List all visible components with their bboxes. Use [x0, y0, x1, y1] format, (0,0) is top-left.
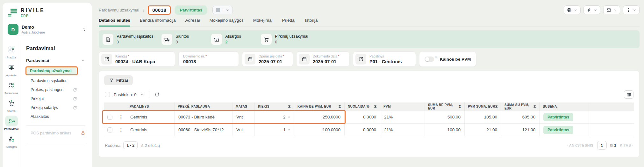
sidebar-item-prekes-paslaugos[interactable]: Prekės, paslaugos	[26, 85, 89, 94]
profile-subtitle: Aušra Juodienė	[22, 30, 45, 34]
breadcrumb[interactable]: Pardavimų užsakymai	[99, 8, 139, 12]
sidebar: RIVILE ERP D Demo Aušra Juodienė Pradžia…	[3, 3, 92, 167]
sidebar-item-pardavimu-saskaitos[interactable]: Pardavimų sąskaitos	[26, 76, 89, 85]
lock-icon	[81, 131, 85, 135]
rail-item-pardavimai[interactable]: Pardavimai	[4, 116, 18, 131]
lightning-icon	[587, 8, 591, 12]
toggle-switch[interactable]	[425, 57, 434, 62]
home-dashboard-icon	[5, 44, 18, 55]
drag-handle-icon[interactable]: ≡	[288, 115, 290, 119]
label-select-dropdown[interactable]: -	[212, 6, 233, 14]
table-footer: Rodoma 1 - 2 iš 2 eilučių ‹ ANKSTESNIS 1…	[104, 141, 634, 150]
row-menu-kebab-icon[interactable]: ⋮	[119, 114, 124, 120]
sum-icon[interactable]: Σ	[374, 104, 377, 109]
sidebar-item-pos-locked[interactable]: POS pardavimo taškas	[26, 126, 89, 140]
col-matas: MATAS	[232, 102, 254, 111]
sidebar-item-ataskaitos[interactable]: Ataskaitos	[26, 112, 89, 121]
rail-item-pirkimai[interactable]: Pirkimai	[5, 98, 18, 113]
table-row[interactable]: ⋮ Centrinis 00060 - Stalviršis 70*12 Vnt…	[104, 124, 634, 136]
printer-icon	[567, 8, 572, 12]
table-row[interactable]: ⋮ Centrinis 00073 - Biuro kėdė Vnt 2≡ 25…	[104, 111, 634, 124]
prev-page-button[interactable]: ‹ ANKSTESNIS	[567, 143, 593, 147]
avatar: D	[8, 24, 18, 35]
dokumento-data-field[interactable]: Dokumento data*2025-07-01	[296, 51, 350, 67]
sum-icon[interactable]: Σ	[459, 104, 461, 109]
sum-icon[interactable]: Σ	[339, 104, 341, 109]
summary-pardavimu-saskaitos[interactable]: Pardavimų sąskaitos0	[103, 34, 153, 45]
header-actions: ⋮	[564, 5, 640, 14]
external-link-icon	[73, 88, 77, 92]
sales-icon	[5, 116, 18, 126]
tab-bendra-informacija[interactable]: Bendra informacija	[140, 18, 176, 26]
rail-item-pradzia[interactable]: Pradžia	[5, 44, 18, 59]
columns-icon	[626, 92, 631, 97]
rail-item-atsargos[interactable]: Atsargos	[5, 133, 18, 148]
document-number-field[interactable]: 00018	[148, 5, 171, 15]
select-all-checkbox[interactable]	[105, 92, 110, 97]
col-suma-su-pvm: SUMA SU PVM, EURΣ	[501, 102, 539, 111]
tab-mokejimai[interactable]: Mokėjimai	[253, 18, 273, 26]
row-checkbox[interactable]	[107, 115, 112, 120]
print-button[interactable]	[564, 5, 581, 14]
chevron-down-icon[interactable]	[140, 93, 144, 96]
col-busena: BŪSENA	[539, 102, 589, 111]
col-pvm: PVM	[380, 102, 425, 111]
calendar-icon	[245, 54, 255, 65]
sum-icon[interactable]: Σ	[288, 104, 291, 109]
external-link-icon	[73, 97, 77, 101]
summary-pirkimu-uzsakymai[interactable]: Pirkimų užsakymai0	[261, 34, 308, 45]
actions-button[interactable]	[583, 5, 600, 14]
kebab-icon: ⋮	[626, 8, 631, 12]
people-icon	[5, 80, 18, 91]
external-link-icon	[73, 106, 77, 110]
sum-icon[interactable]: Σ	[533, 104, 536, 109]
kainos-be-pvm-toggle[interactable]: × Kainos be PVM	[419, 51, 476, 67]
drag-handle-icon[interactable]: ≡	[288, 128, 290, 132]
refresh-icon	[154, 92, 160, 97]
divider	[26, 145, 85, 145]
sidebar-item-pardavimu-uzsakymai[interactable]: Pardavimų užsakymai	[25, 66, 78, 75]
summary-atsargos[interactable]: Atsargos2	[211, 34, 253, 45]
funnel-icon	[109, 78, 114, 83]
rail-item-personalas[interactable]: Personalas	[4, 80, 18, 95]
dokumento-nr-field[interactable]: Dokumento nr.*00018	[178, 51, 239, 67]
row-menu-kebab-icon[interactable]: ⋮	[119, 127, 124, 133]
current-page-input[interactable]: 1	[597, 141, 607, 150]
col-suma-be-pvm: SUMA BE PVM, EURΣ	[425, 102, 464, 111]
col-pvm-suma: PVM SUMA, EURΣ	[464, 102, 501, 111]
status-badge: Patvirtintas	[543, 113, 573, 121]
operacijos-data-field[interactable]: Operacijos data*2025-07-01	[242, 51, 293, 67]
tab-detalios-eilutes[interactable]: Detalios eilutės	[99, 18, 130, 26]
chevron-down-icon	[613, 8, 617, 12]
filters-button[interactable]: Filtrai	[104, 75, 133, 85]
submenu-title: Pardavimai	[26, 45, 89, 52]
sidebar-item-pirkejai[interactable]: Pirkėjai	[26, 94, 89, 103]
external-link-icon	[355, 54, 366, 65]
related-documents-band: Pardavimų sąskaitos0 Siuntos0 Atsargos2 …	[99, 30, 640, 48]
padalinys-field[interactable]: PadalinysP01 - Centrinis	[353, 51, 416, 67]
brand-sub: ERP	[21, 14, 45, 18]
more-button[interactable]: ⋮	[623, 5, 640, 14]
email-button[interactable]	[603, 5, 620, 14]
col-preke-paslauga: PREKĖ, PASLAUGA	[174, 102, 232, 111]
rail-item-apskaita[interactable]: Apskaita	[5, 62, 18, 77]
tab-adresai[interactable]: Adresai	[185, 18, 200, 26]
refresh-button[interactable]	[154, 92, 160, 97]
rows-range: 1 - 2	[123, 141, 138, 149]
sidebar-item-pirkeju-sutartys[interactable]: Pirkėjų sutartys	[26, 103, 89, 112]
sum-icon[interactable]: Σ	[495, 104, 498, 109]
cart-icon	[261, 34, 272, 45]
row-checkbox[interactable]	[107, 127, 112, 133]
tab-mokejimo-salygos[interactable]: Mokėjimo sąlygos	[209, 18, 243, 26]
selected-count: Pasirinkta: 0	[114, 92, 137, 97]
next-page-button[interactable]: KITAS ›	[620, 143, 633, 147]
rivile-logo-icon[interactable]	[8, 8, 17, 17]
submenu-section-pardavimai[interactable]: Pardavimai	[26, 58, 89, 63]
tab-istorija[interactable]: Istorija	[305, 18, 318, 26]
tab-priedai[interactable]: Priedai	[282, 18, 295, 26]
summary-siuntos[interactable]: Siuntos0	[161, 34, 203, 45]
profile-switcher[interactable]: D Demo Aušra Juodienė	[6, 22, 89, 37]
klientas-field[interactable]: Klientas*00024 - UAB Kopa	[99, 51, 175, 67]
clear-icon: ×	[435, 56, 437, 59]
column-settings-button[interactable]	[624, 90, 633, 99]
